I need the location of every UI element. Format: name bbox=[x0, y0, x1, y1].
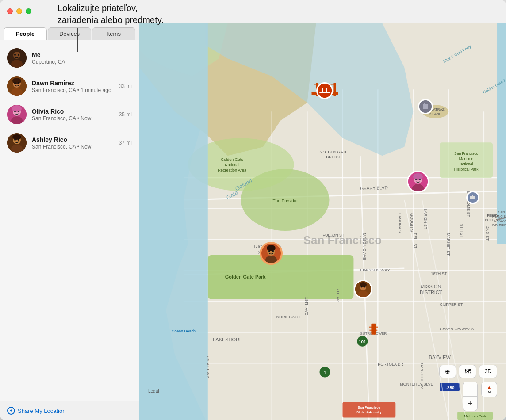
svg-text:19TH AVE: 19TH AVE bbox=[304, 297, 309, 315]
svg-point-141 bbox=[415, 179, 417, 180]
avatar-me bbox=[7, 48, 27, 68]
svg-text:BAY BRIDGE: BAY BRIDGE bbox=[492, 224, 506, 227]
share-location-button[interactable]: + Share My Location bbox=[7, 407, 132, 415]
svg-point-148 bbox=[272, 250, 274, 252]
svg-point-20 bbox=[12, 134, 21, 140]
person-info-ashley: Ashley Rico San Francisco, CA • Now bbox=[32, 136, 114, 150]
person-info-me: Me Cupertino, CA bbox=[32, 51, 132, 65]
avatar-ashley bbox=[7, 133, 27, 153]
svg-text:San Francisco: San Francisco bbox=[454, 151, 478, 156]
svg-rect-133 bbox=[424, 103, 425, 105]
person-location-me: Cupertino, CA bbox=[32, 59, 132, 65]
svg-text:National: National bbox=[225, 163, 239, 167]
svg-rect-57 bbox=[139, 23, 208, 420]
svg-point-140 bbox=[413, 173, 423, 180]
compass-indicator: ▲ N bbox=[487, 385, 491, 394]
svg-text:NORIEGA ST: NORIEGA ST bbox=[276, 315, 301, 319]
compass[interactable]: ▲ N bbox=[481, 382, 497, 397]
svg-text:101: 101 bbox=[359, 339, 366, 344]
svg-point-154 bbox=[364, 286, 365, 287]
person-name-ashley: Ashley Rico bbox=[32, 136, 114, 143]
people-list: Me Cupertino, CA bbox=[0, 40, 139, 401]
zoom-controls: − + bbox=[463, 382, 478, 411]
share-location-label: Share My Location bbox=[18, 408, 65, 414]
svg-text:SAN JOSE AVE: SAN JOSE AVE bbox=[420, 363, 424, 392]
svg-point-142 bbox=[419, 179, 421, 180]
map-pin-ferry[interactable] bbox=[466, 191, 479, 204]
svg-text:Historical Park: Historical Park bbox=[454, 167, 479, 172]
person-name-olivia: Olivia Rico bbox=[32, 108, 114, 115]
location-button[interactable]: ⊕ bbox=[439, 365, 456, 378]
person-info-olivia: Olivia Rico San Francisco, CA • Now bbox=[32, 108, 114, 122]
svg-text:2ND ST: 2ND ST bbox=[485, 226, 490, 241]
person-item-me[interactable]: Me Cupertino, CA bbox=[0, 44, 139, 72]
map-pin-ashley[interactable] bbox=[260, 242, 283, 265]
tab-people[interactable]: People bbox=[4, 27, 47, 40]
title-bar bbox=[0, 0, 506, 23]
svg-text:9TH ST: 9TH ST bbox=[460, 224, 464, 238]
person-distance-dawn: 33 mi bbox=[119, 83, 132, 89]
svg-text:National: National bbox=[460, 162, 473, 166]
tab-devices[interactable]: Devices bbox=[48, 27, 91, 40]
close-button[interactable] bbox=[7, 8, 13, 14]
map-view-button[interactable]: 🗺 bbox=[459, 365, 476, 378]
maximize-button[interactable] bbox=[26, 8, 31, 14]
svg-text:1: 1 bbox=[324, 370, 326, 375]
svg-point-10 bbox=[18, 82, 19, 84]
person-item-ashley[interactable]: Ashley Rico San Francisco, CA • Now 37 m… bbox=[0, 129, 139, 157]
svg-text:Golden Gate Park: Golden Gate Park bbox=[225, 274, 266, 279]
tab-items[interactable]: Items bbox=[92, 27, 135, 40]
svg-text:7TH AVE: 7TH AVE bbox=[336, 288, 340, 304]
map-pin-olivia[interactable] bbox=[407, 171, 429, 193]
svg-point-16 bbox=[18, 111, 19, 112]
svg-rect-129 bbox=[322, 88, 323, 93]
svg-rect-119 bbox=[371, 324, 376, 335]
svg-point-153 bbox=[360, 286, 362, 287]
svg-text:BRIDGE: BRIDGE bbox=[326, 155, 341, 159]
svg-text:GREAT HWY: GREAT HWY bbox=[206, 355, 210, 378]
svg-rect-132 bbox=[423, 104, 428, 109]
3d-button[interactable]: 3D bbox=[479, 365, 497, 378]
legal-link[interactable]: Legal bbox=[148, 389, 159, 393]
svg-point-3 bbox=[14, 54, 16, 56]
person-distance-ashley: 37 mi bbox=[119, 140, 132, 146]
tab-bar: People Devices Items bbox=[0, 23, 139, 40]
svg-text:FULTON ST: FULTON ST bbox=[323, 233, 345, 237]
zoom-plus-button[interactable]: + bbox=[463, 397, 477, 411]
svg-text:The Presidio: The Presidio bbox=[273, 198, 298, 203]
person-item-dawn[interactable]: Dawn Ramirez San Francisco, CA • 1 minut… bbox=[0, 72, 139, 100]
person-name-me: Me bbox=[32, 51, 132, 58]
svg-text:McLaren Park: McLaren Park bbox=[464, 414, 486, 418]
person-location-ashley: San Francisco, CA • Now bbox=[32, 144, 114, 150]
svg-point-14 bbox=[12, 105, 22, 112]
map-pin-bridge[interactable] bbox=[316, 82, 333, 99]
svg-text:OAKLAND: OAKLAND bbox=[494, 219, 506, 222]
svg-point-4 bbox=[18, 54, 19, 56]
svg-text:LAKESHORE: LAKESHORE bbox=[213, 337, 242, 342]
share-icon: + bbox=[7, 407, 15, 415]
svg-point-147 bbox=[268, 250, 270, 252]
minimize-button[interactable] bbox=[16, 8, 22, 14]
sidebar-bottom: + Share My Location bbox=[0, 401, 139, 420]
map-area[interactable]: Golden Gate Park The Presidio Golden Gat… bbox=[139, 23, 506, 420]
main-content: People Devices Items bbox=[0, 23, 506, 420]
map-view-buttons: ⊕ 🗺 3D bbox=[439, 365, 497, 378]
svg-text:San Francisco: San Francisco bbox=[358, 405, 381, 409]
svg-text:LINCOLN WAY: LINCOLN WAY bbox=[360, 267, 390, 272]
map-pin-alcatraz[interactable] bbox=[418, 99, 433, 114]
traffic-lights bbox=[7, 8, 31, 14]
zoom-minus-button[interactable]: − bbox=[463, 382, 477, 396]
svg-text:PORTOLA DR: PORTOLA DR bbox=[378, 362, 403, 367]
svg-text:FRANCISCO-: FRANCISCO- bbox=[492, 215, 506, 218]
svg-point-146 bbox=[267, 245, 276, 251]
svg-text:Golden Gate: Golden Gate bbox=[221, 157, 243, 162]
map-pin-dawn[interactable] bbox=[354, 280, 372, 298]
svg-text:GOLDEN GATE: GOLDEN GATE bbox=[319, 150, 348, 154]
svg-text:State University: State University bbox=[356, 410, 382, 414]
svg-text:SAN: SAN bbox=[498, 210, 505, 214]
svg-point-127 bbox=[318, 84, 332, 98]
map-controls: ⊕ 🗺 3D − + bbox=[439, 365, 497, 411]
person-item-olivia[interactable]: Olivia Rico San Francisco, CA • Now 35 m… bbox=[0, 100, 139, 129]
svg-rect-94 bbox=[342, 402, 395, 418]
svg-text:BAYVIEW: BAYVIEW bbox=[429, 355, 451, 360]
